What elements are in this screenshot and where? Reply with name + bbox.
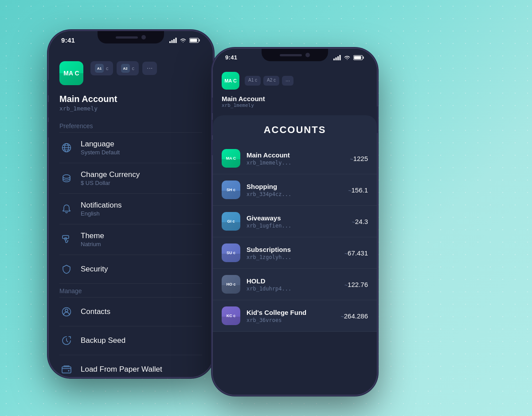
language-text: Language System Default (81, 140, 202, 156)
camera-left (141, 35, 146, 39)
account-avatar-shopping: SH c (222, 181, 240, 199)
camera-right (305, 53, 310, 57)
menu-item-currency[interactable]: Change Currency $ US Dollar (49, 163, 213, 193)
time-right: 9:41 (225, 54, 237, 61)
account-row-main[interactable]: MA C Main Account xrb_1memely... ~1225 (213, 143, 377, 174)
accounts-panel: ACCOUNTS MA C Main Account xrb_1memely..… (213, 115, 377, 332)
tilde-hold: ~ (344, 282, 348, 288)
theme-title: Theme (81, 232, 202, 240)
tab-a2[interactable]: A2 c (117, 61, 139, 75)
battery-icon-right (353, 55, 364, 60)
menu-item-paper-wallet[interactable]: Load From Paper Wallet (49, 355, 213, 377)
svg-rect-6 (190, 39, 197, 42)
account-row-balance-giveaways: ~24.3 (352, 218, 368, 225)
mini-tab-a2[interactable]: A2 c (263, 76, 279, 86)
theme-subtitle: Natrium (81, 241, 202, 247)
tab-a1-avatar: A1 (95, 64, 104, 73)
account-row-subscriptions[interactable]: SU c Subscriptions xrb_1zgolyh... ~67.43… (213, 237, 377, 269)
svg-point-18 (68, 370, 70, 372)
account-row-info-kids-college: Kid's College Fund xrb_36vroes (246, 309, 341, 323)
tab-a1-label: c (106, 66, 109, 71)
notch-right (262, 49, 328, 61)
mini-account-name: Main Account (222, 95, 368, 102)
tab-more[interactable]: ··· (142, 62, 157, 75)
svg-rect-19 (333, 59, 335, 60)
svg-point-16 (65, 309, 68, 312)
menu-item-contacts[interactable]: Contacts (49, 298, 213, 326)
phone-right: 9:41 (213, 49, 377, 395)
tilde-shopping: ~ (348, 188, 351, 194)
account-row-balance-hold: ~122.76 (344, 281, 368, 288)
account-row-giveaways[interactable]: GI c Giveaways xrb_1ugfien... ~24.3 (213, 206, 377, 237)
menu-item-security[interactable]: Security (49, 255, 213, 283)
paper-wallet-text: Load From Paper Wallet (81, 365, 202, 374)
menu-item-language[interactable]: Language System Default (49, 133, 213, 163)
menu-item-notifications[interactable]: Notifications English (49, 194, 213, 224)
menu-item-backup[interactable]: Backup Seed (49, 326, 213, 355)
account-row-addr-subscriptions: xrb_1zgolyh... (246, 254, 344, 260)
account-row-addr-giveaways: xrb_1ugfien... (246, 223, 352, 229)
signal-icon (169, 38, 177, 43)
time-left: 9:41 (61, 36, 75, 44)
account-row-info-shopping: Shopping xrb_334p4cz... (246, 183, 348, 197)
wifi-icon-right (344, 55, 351, 60)
svg-rect-25 (354, 56, 361, 59)
tilde-kids-college: ~ (341, 314, 344, 320)
account-row-hold[interactable]: HO c HOLD xrb_1duhrp4... ~122.76 (213, 269, 377, 300)
svg-rect-20 (336, 57, 337, 60)
preferences-label: Preferences (49, 119, 213, 132)
mini-avatar[interactable]: MA C (222, 72, 239, 90)
tab-a2-label: c (132, 66, 135, 71)
accounts-screen: 9:41 (213, 49, 377, 395)
battery-icon (189, 38, 200, 43)
speaker-left (116, 36, 138, 39)
svg-point-12 (63, 175, 70, 178)
phone-left: 9:41 (49, 31, 213, 377)
account-row-balance-shopping: ~156.1 (348, 186, 368, 194)
account-row-kids-college[interactable]: KC c Kid's College Fund xrb_36vroes ~264… (213, 300, 377, 332)
account-tabs: A1 c A2 c ··· (90, 61, 157, 75)
account-header-left: MA C A1 c A2 c ··· (49, 54, 213, 94)
account-row-name-shopping: Shopping (246, 183, 348, 190)
currency-subtitle: $ US Dollar (81, 180, 202, 186)
account-row-info-giveaways: Giveaways xrb_1ugfien... (246, 214, 352, 229)
mini-tab-a1[interactable]: A1 c (245, 76, 261, 86)
account-row-name-hold: HOLD (246, 277, 344, 285)
contacts-text: Contacts (81, 307, 202, 316)
svg-rect-22 (340, 55, 341, 60)
settings-screen: 9:41 (49, 31, 213, 377)
account-row-addr-main: xrb_1memely... (246, 160, 350, 166)
shield-icon (59, 262, 74, 276)
account-row-name-subscriptions: Subscriptions (246, 246, 344, 253)
svg-rect-24 (363, 56, 364, 59)
globe-icon (59, 141, 74, 155)
signal-icon-right (333, 55, 341, 60)
status-icons-left (169, 38, 200, 43)
account-row-balance-main: ~1225 (350, 155, 368, 162)
menu-item-theme[interactable]: Theme Natrium (49, 224, 213, 255)
tab-a2-avatar: A2 (121, 64, 130, 73)
backup-title: Backup Seed (81, 336, 202, 345)
backup-icon (59, 334, 74, 348)
phones-container: 9:41 (0, 0, 532, 416)
mini-more[interactable]: ··· (282, 76, 293, 86)
account-row-balance-subscriptions: ~67.431 (344, 249, 368, 257)
notch-left (98, 31, 164, 43)
language-title: Language (81, 140, 202, 149)
security-title: Security (81, 265, 202, 274)
notifications-title: Notifications (81, 201, 202, 210)
svg-rect-5 (199, 39, 200, 41)
wallet-icon (59, 362, 74, 377)
currency-title: Change Currency (81, 170, 202, 179)
main-account-avatar-left[interactable]: MA C (59, 61, 83, 85)
account-row-shopping[interactable]: SH c Shopping xrb_334p4cz... ~156.1 (213, 174, 377, 206)
tab-a1[interactable]: A1 c (90, 61, 113, 75)
manage-label: Manage (49, 284, 213, 297)
tilde-subscriptions: ~ (344, 251, 348, 257)
svg-rect-21 (337, 56, 339, 60)
account-avatar-main: MA C (222, 149, 240, 168)
account-avatar-kids-college: KC c (222, 306, 240, 325)
speaker-right (280, 54, 302, 56)
account-info-left: Main Account xrb_1memely (49, 94, 213, 119)
mini-tabs: A1 c A2 c ··· (245, 76, 293, 86)
